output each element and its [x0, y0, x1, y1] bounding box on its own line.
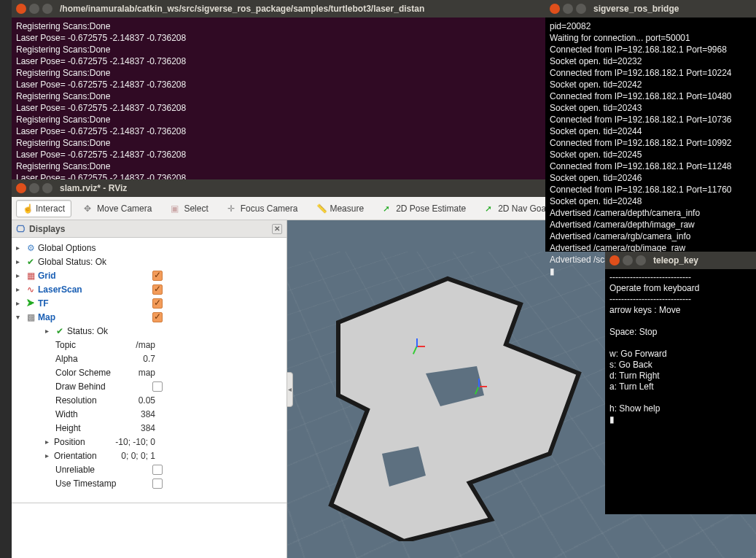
focus-camera-button[interactable]: ✛Focus Camera — [221, 200, 305, 217]
rviz-title: slam.rviz* - RViz — [60, 183, 127, 193]
tf-frame-axes — [408, 337, 426, 356]
prop-label-height: Height — [55, 423, 81, 433]
use-timestamp-checkbox[interactable] — [152, 478, 163, 489]
maximize-icon[interactable] — [42, 183, 52, 193]
tf-icon: ⮞ — [25, 298, 36, 309]
maximize-icon[interactable] — [636, 255, 646, 266]
expand-icon[interactable]: ▸ — [16, 299, 25, 307]
terminal1-output[interactable]: Registering Scans:Done Laser Pose= -0.67… — [12, 18, 569, 187]
terminal1-title: /home/inamuralab/catkin_ws/src/sigverse_… — [60, 4, 424, 14]
move-camera-button[interactable]: ✥Move Camera — [77, 200, 158, 217]
maximize-icon[interactable] — [576, 4, 586, 14]
terminal2-output[interactable]: pid=20082 Waiting for connection... port… — [545, 18, 756, 280]
terminal1-titlebar[interactable]: /home/inamuralab/catkin_ws/src/sigverse_… — [12, 0, 569, 18]
tree-item-tf[interactable]: TF — [38, 298, 49, 309]
prop-label-resolution: Resolution — [55, 395, 97, 406]
minimize-icon[interactable] — [563, 4, 573, 14]
grid-icon: ▦ — [25, 271, 36, 281]
select-button[interactable]: ▣Select — [164, 200, 214, 217]
minimize-icon[interactable] — [29, 4, 39, 14]
laser-icon: ∿ — [25, 284, 36, 295]
displays-tree[interactable]: ▸⚙Global Options ▸✔Global Status: Ok ▸▦G… — [12, 238, 287, 503]
expand-icon[interactable]: ▸ — [45, 327, 54, 335]
tf-frame-axes — [469, 377, 488, 396]
select-icon: ▣ — [171, 204, 181, 214]
expand-icon[interactable]: ▸ — [16, 285, 25, 293]
interact-button[interactable]: ☝Interact — [16, 200, 71, 217]
displays-header[interactable]: 🖵 Displays ✕ — [12, 220, 287, 238]
tree-item-map-status[interactable]: Status: Ok — [67, 326, 108, 336]
check-icon: ✔ — [54, 326, 66, 336]
prop-label-topic: Topic — [55, 340, 76, 350]
expand-icon[interactable]: ▸ — [16, 271, 25, 279]
ruler-icon: 📏 — [316, 204, 327, 214]
prop-value-topic[interactable]: /map — [136, 340, 287, 350]
expand-icon[interactable]: ▸ — [16, 257, 25, 266]
close-icon[interactable] — [609, 255, 620, 266]
hand-icon: ☝ — [23, 204, 33, 214]
terminal3-title: teleop_key — [653, 255, 698, 266]
tree-item-laserscan[interactable]: LaserScan — [38, 284, 82, 295]
map-icon: ▩ — [25, 312, 36, 322]
close-icon[interactable]: ✕ — [272, 224, 282, 234]
unity-launcher[interactable] — [0, 0, 12, 558]
prop-label-color-scheme: Color Scheme — [55, 368, 111, 378]
collapse-icon[interactable]: ▾ — [16, 313, 25, 321]
tf-checkbox[interactable] — [152, 298, 163, 309]
prop-label-position: Position — [54, 437, 85, 447]
prop-value-resolution[interactable]: 0.05 — [139, 395, 287, 406]
prop-value-position[interactable]: -10; -10; 0 — [115, 437, 287, 447]
displays-panel: 🖵 Displays ✕ ▸⚙Global Options ▸✔Global S… — [12, 220, 287, 558]
prop-value-width[interactable]: 384 — [141, 409, 287, 419]
prop-label-orientation: Orientation — [54, 451, 97, 461]
measure-button[interactable]: 📏Measure — [310, 200, 370, 217]
tree-item-global-options[interactable]: Global Options — [38, 243, 96, 253]
close-icon[interactable] — [16, 4, 26, 14]
panel-collapse-handle[interactable]: ◂ — [287, 372, 293, 407]
terminal3-titlebar[interactable]: teleop_key — [605, 252, 756, 269]
prop-value-color-scheme[interactable]: map — [139, 368, 287, 378]
unreliable-checkbox[interactable] — [152, 465, 163, 475]
draw-behind-checkbox[interactable] — [152, 381, 163, 392]
terminal-teleop: teleop_key ---------------------------- … — [605, 252, 756, 514]
expand-icon[interactable]: ▸ — [45, 452, 54, 460]
prop-label-use-timestamp: Use Timestamp — [55, 478, 116, 489]
terminal2-titlebar[interactable]: sigverse_ros_bridge — [545, 0, 756, 18]
prop-label-unreliable: Unreliable — [55, 465, 95, 475]
terminal2-title: sigverse_ros_bridge — [593, 4, 679, 14]
arrow-green-icon: ➚ — [383, 204, 393, 214]
nav-goal-button[interactable]: ➚2D Nav Goal — [478, 200, 555, 217]
close-icon[interactable] — [16, 183, 26, 193]
close-icon[interactable] — [550, 4, 560, 14]
pose-estimate-button[interactable]: ➚2D Pose Estimate — [376, 200, 472, 217]
maximize-icon[interactable] — [42, 4, 52, 14]
terminal3-output[interactable]: ---------------------------- Operate fro… — [605, 269, 756, 428]
tree-item-grid[interactable]: Grid — [38, 271, 56, 281]
prop-label-draw-behind: Draw Behind — [55, 381, 106, 392]
terminal-ros-bridge: sigverse_ros_bridge pid=20082 Waiting fo… — [545, 0, 756, 252]
prop-label-alpha: Alpha — [55, 354, 78, 364]
prop-label-width: Width — [55, 409, 78, 419]
expand-icon[interactable]: ▸ — [16, 244, 25, 252]
move-icon: ✥ — [84, 204, 94, 214]
prop-value-orientation[interactable]: 0; 0; 0; 1 — [121, 451, 287, 461]
gear-icon: ⚙ — [25, 243, 36, 253]
tree-item-map[interactable]: Map — [38, 312, 55, 322]
terminal-laser-distance: /home/inamuralab/catkin_ws/src/sigverse_… — [12, 0, 569, 179]
grid-checkbox[interactable] — [152, 271, 163, 281]
prop-value-height[interactable]: 384 — [141, 423, 287, 433]
description-pane — [12, 503, 287, 558]
check-icon: ✔ — [25, 257, 36, 267]
expand-icon[interactable]: ▸ — [45, 438, 54, 446]
arrow-green-icon: ➚ — [485, 204, 495, 214]
crosshair-icon: ✛ — [227, 204, 238, 214]
minimize-icon[interactable] — [29, 183, 39, 193]
minimize-icon[interactable] — [623, 255, 633, 266]
tree-item-global-status[interactable]: Global Status: Ok — [38, 257, 106, 267]
map-checkbox[interactable] — [152, 312, 163, 322]
laserscan-checkbox[interactable] — [152, 284, 163, 295]
monitor-icon: 🖵 — [16, 224, 25, 234]
prop-value-alpha[interactable]: 0.7 — [143, 354, 287, 364]
